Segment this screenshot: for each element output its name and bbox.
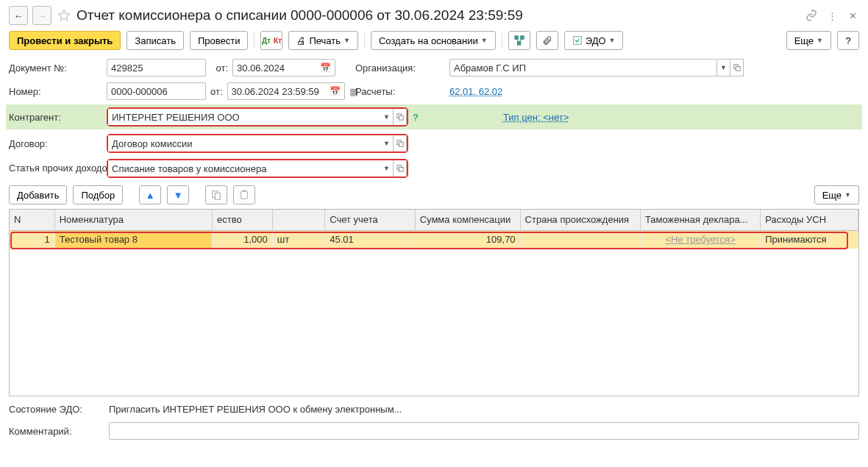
org-dropdown-button[interactable]: ▼ — [717, 59, 730, 76]
printer-icon: 🖨 — [296, 35, 306, 46]
col-n[interactable]: N — [10, 210, 54, 230]
svg-rect-10 — [399, 115, 403, 120]
edo-state-label: Состояние ЭДО: — [9, 404, 104, 415]
other-income-input[interactable]: Списание товаров у комиссионера — [108, 160, 380, 177]
svg-rect-1 — [515, 36, 518, 39]
kebab-menu-icon[interactable]: ⋮ — [825, 9, 839, 22]
org-label: Организация: — [355, 63, 444, 74]
post-and-close-button[interactable]: Провести и закрыть — [9, 31, 121, 50]
svg-line-5 — [519, 39, 522, 42]
edo-icon — [572, 35, 583, 46]
contract-label: Договор: — [9, 138, 101, 149]
col-unit[interactable] — [272, 210, 324, 230]
col-usn[interactable]: Расходы УСН — [761, 210, 858, 230]
structure-button[interactable] — [508, 31, 530, 50]
contract-dropdown-button[interactable]: ▼ — [380, 135, 394, 151]
dt-kt-button[interactable]: ДтКт — [260, 31, 282, 50]
svg-rect-3 — [517, 42, 520, 45]
svg-rect-18 — [243, 190, 246, 192]
paste-button[interactable] — [233, 185, 255, 204]
price-type-link[interactable]: Тип цен: <нет> — [503, 112, 569, 123]
svg-rect-12 — [399, 142, 403, 146]
move-up-button[interactable]: ▲ — [139, 185, 161, 204]
close-icon[interactable]: ✕ — [846, 9, 859, 22]
svg-rect-16 — [215, 193, 220, 199]
number-input[interactable]: 0000-000006 — [107, 82, 206, 100]
calc-link[interactable]: 62.01, 62.02 — [449, 86, 502, 97]
org-open-button[interactable] — [730, 59, 744, 76]
doc-no-input[interactable]: 429825 — [107, 59, 206, 76]
col-td[interactable]: Таможенная деклара... — [640, 210, 760, 230]
calendar-icon[interactable]: 📅 — [330, 86, 341, 96]
svg-marker-0 — [59, 10, 70, 21]
favorite-star-icon[interactable] — [56, 7, 72, 24]
svg-rect-14 — [399, 167, 403, 171]
doc-date-input[interactable]: 30.06.2024📅 — [232, 59, 335, 76]
org-input[interactable]: Абрамов Г.С ИП — [449, 59, 717, 76]
contract-input[interactable]: Договор комиссии — [108, 135, 380, 151]
attachment-button[interactable] — [536, 31, 558, 50]
table-more-button[interactable]: Еще ▼ — [814, 185, 859, 204]
print-button[interactable]: 🖨 Печать ▼ — [288, 31, 358, 50]
col-qty[interactable]: ество — [213, 210, 273, 230]
comment-input[interactable] — [109, 422, 859, 440]
add-row-button[interactable]: Добавить — [9, 185, 67, 204]
svg-line-4 — [516, 39, 519, 42]
save-button[interactable]: Записать — [127, 31, 184, 50]
svg-rect-8 — [736, 66, 740, 71]
other-income-label: Статья прочих доходов и расходов: — [9, 163, 101, 174]
counterparty-help-icon[interactable]: ? — [413, 112, 419, 123]
copy-button[interactable] — [205, 185, 227, 204]
counterparty-input[interactable]: ИНТЕРНЕТ РЕШЕНИЯ ООО — [108, 109, 380, 125]
nav-forward-button: → — [32, 6, 51, 25]
calc-label: Расчеты: — [355, 86, 444, 97]
number-label: Номер: — [9, 86, 101, 97]
help-button[interactable]: ? — [837, 31, 859, 50]
col-account[interactable]: Счет учета — [325, 210, 415, 230]
contract-open-button[interactable] — [394, 135, 407, 151]
td-not-required-link[interactable]: <Не требуется> — [665, 234, 735, 245]
doc-no-label: Документ №: — [9, 63, 101, 74]
link-icon[interactable] — [805, 9, 818, 22]
more-button[interactable]: Еще ▼ — [786, 31, 831, 50]
calendar-icon[interactable]: 📅 — [320, 63, 331, 73]
col-nomenclature[interactable]: Номенклатура — [54, 210, 212, 230]
col-country[interactable]: Страна происхождения — [520, 210, 640, 230]
other-income-dropdown-button[interactable]: ▼ — [380, 160, 394, 177]
comment-label: Комментарий: — [9, 426, 104, 437]
counterparty-open-button[interactable] — [394, 109, 407, 125]
move-down-button[interactable]: ▼ — [167, 185, 189, 204]
post-button[interactable]: Провести — [190, 31, 249, 50]
svg-rect-2 — [520, 36, 523, 39]
page-title: Отчет комиссионера о списании 0000-00000… — [77, 7, 800, 24]
pick-button[interactable]: Подбор — [73, 185, 123, 204]
edo-button[interactable]: ЭДО ▼ — [564, 31, 624, 50]
svg-rect-17 — [241, 191, 248, 199]
table-row[interactable]: 1 Тестовый товар 8 1,000 шт 45.01 109,70… — [10, 231, 858, 249]
counterparty-label: Контрагент: — [9, 112, 101, 123]
other-income-open-button[interactable] — [394, 160, 407, 177]
col-sum[interactable]: Сумма компенсации — [415, 210, 520, 230]
edo-state-value[interactable]: Пригласить ИНТЕРНЕТ РЕШЕНИЯ ООО к обмену… — [109, 404, 859, 415]
nav-back-button[interactable]: ← — [9, 6, 28, 25]
counterparty-dropdown-button[interactable]: ▼ — [380, 109, 394, 125]
number-date-input[interactable]: 30.06.2024 23:59:59📅 — [227, 82, 345, 100]
items-table[interactable]: N Номенклатура ество Счет учета Сумма ко… — [9, 209, 859, 396]
create-based-on-button[interactable]: Создать на основании ▼ — [371, 31, 496, 50]
